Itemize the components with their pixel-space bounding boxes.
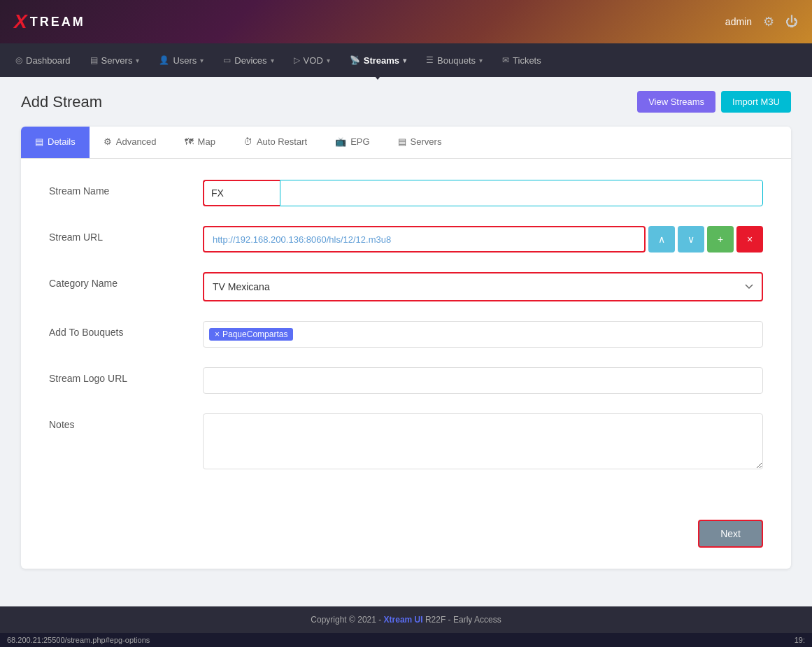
subnav-label-devices: Devices — [234, 55, 266, 66]
chevron-users: ▾ — [200, 57, 204, 64]
stream-url-row: Stream URL ∧ ∨ + × — [49, 226, 763, 253]
page-footer: Copyright © 2021 - Xtream UI R22F - Earl… — [0, 606, 812, 633]
brand-logo[interactable]: X TREAM — [14, 12, 85, 31]
auto-restart-tab-icon: ⏱ — [243, 136, 252, 147]
form-card: ▤ Details ⚙ Advanced 🗺 Map ⏱ Auto Restar… — [21, 127, 791, 569]
power-icon[interactable]: ⏻ — [785, 15, 798, 29]
bouquet-tag-x[interactable]: × — [215, 329, 220, 339]
details-tab-icon: ▤ — [35, 136, 43, 147]
streams-icon: 📡 — [350, 55, 360, 65]
users-icon: 👤 — [159, 55, 169, 65]
notes-field — [203, 413, 763, 472]
form-body: Stream Name Stream URL ∧ ∨ + — [21, 159, 791, 513]
status-url: 68.200.21:25500/stream.php#epg-options — [7, 636, 150, 644]
subnav-label-bouquets: Bouquets — [437, 55, 476, 66]
subnav-item-devices[interactable]: ▭ Devices ▾ — [215, 51, 282, 70]
category-name-field: TV Mexicana Sports Movies News — [203, 272, 763, 301]
tab-auto-restart-label: Auto Restart — [257, 136, 307, 147]
tab-map[interactable]: 🗺 Map — [171, 127, 229, 158]
footer-text: Copyright © 2021 - Xtream UI R22F - Earl… — [311, 615, 501, 625]
logo-url-label: Stream Logo URL — [49, 367, 203, 384]
tab-epg-label: EPG — [350, 136, 369, 147]
page-header: Add Stream View Streams Import M3U — [21, 91, 791, 113]
map-tab-icon: 🗺 — [185, 136, 194, 147]
footer-brand: Xtream UI — [384, 615, 423, 625]
stream-name-input-wrapper — [203, 180, 763, 206]
next-button[interactable]: Next — [698, 520, 763, 548]
notes-textarea[interactable] — [203, 413, 763, 469]
bouquet-tag[interactable]: × PaqueCompartas — [209, 328, 293, 341]
form-footer: Next — [21, 513, 791, 569]
subnav-item-tickets[interactable]: ✉ Tickets — [494, 51, 550, 70]
brand-tream: TREAM — [30, 15, 85, 29]
subnav-label-servers: Servers — [101, 55, 133, 66]
subnav-label-tickets: Tickets — [513, 55, 541, 66]
tab-advanced-label: Advanced — [116, 136, 157, 147]
subnav-label-dashboard: Dashboard — [26, 55, 71, 66]
category-name-label: Category Name — [49, 272, 203, 289]
category-select[interactable]: TV Mexicana Sports Movies News — [203, 272, 763, 301]
stream-name-row: Stream Name — [49, 180, 763, 206]
tab-servers[interactable]: ▤ Servers — [384, 127, 456, 158]
chevron-vod: ▾ — [327, 57, 330, 64]
import-m3u-button[interactable]: Import M3U — [721, 91, 791, 113]
subnav: ◎ Dashboard ▤ Servers ▾ 👤 Users ▾ ▭ Devi… — [0, 43, 812, 77]
subnav-label-users: Users — [173, 55, 197, 66]
advanced-tab-icon: ⚙ — [104, 136, 112, 147]
tab-details[interactable]: ▤ Details — [21, 127, 90, 158]
category-name-row: Category Name TV Mexicana Sports Movies … — [49, 272, 763, 301]
bouquets-row: Add To Bouquets × PaqueCompartas — [49, 321, 763, 348]
page-title: Add Stream — [21, 93, 102, 111]
stream-url-field: ∧ ∨ + × — [203, 226, 763, 253]
url-add-button[interactable]: + — [707, 226, 734, 253]
tab-servers-label: Servers — [411, 136, 442, 147]
url-down-button[interactable]: ∨ — [678, 226, 704, 253]
dashboard-icon: ◎ — [15, 55, 22, 65]
page-header-buttons: View Streams Import M3U — [637, 91, 791, 113]
devices-icon: ▭ — [223, 55, 231, 65]
status-time: 19: — [795, 636, 805, 644]
stream-name-highlighted-input[interactable] — [203, 180, 280, 206]
logo-url-input[interactable] — [203, 367, 763, 394]
stream-url-input[interactable] — [203, 226, 646, 253]
gear-icon[interactable]: ⚙ — [763, 14, 774, 29]
tab-auto-restart[interactable]: ⏱ Auto Restart — [229, 127, 321, 158]
navbar: X TREAM admin ⚙ ⏻ — [0, 0, 812, 43]
chevron-streams: ▾ — [403, 57, 406, 64]
view-streams-button[interactable]: View Streams — [637, 91, 715, 113]
stream-url-wrapper: ∧ ∨ + × — [203, 226, 763, 253]
subnav-label-vod: VOD — [304, 55, 323, 66]
admin-username: admin — [725, 16, 752, 27]
bouquets-input[interactable]: × PaqueCompartas — [203, 321, 763, 348]
logo-url-field — [203, 367, 763, 394]
subnav-item-vod[interactable]: ▷ VOD ▾ — [285, 51, 339, 70]
url-remove-button[interactable]: × — [736, 226, 763, 253]
stream-url-label: Stream URL — [49, 226, 203, 243]
servers-icon: ▤ — [90, 55, 98, 65]
form-tabs: ▤ Details ⚙ Advanced 🗺 Map ⏱ Auto Restar… — [21, 127, 791, 159]
tab-advanced[interactable]: ⚙ Advanced — [90, 127, 171, 158]
tickets-icon: ✉ — [502, 55, 509, 65]
logo-url-row: Stream Logo URL — [49, 367, 763, 394]
navbar-right: admin ⚙ ⏻ — [725, 14, 798, 29]
subnav-item-users[interactable]: 👤 Users ▾ — [150, 51, 212, 70]
subnav-item-streams[interactable]: 📡 Streams ▾ — [341, 51, 415, 70]
notes-row: Notes — [49, 413, 763, 472]
subnav-item-bouquets[interactable]: ☰ Bouquets ▾ — [418, 51, 491, 70]
subnav-item-servers[interactable]: ▤ Servers ▾ — [82, 51, 148, 70]
notes-label: Notes — [49, 413, 203, 430]
chevron-devices: ▾ — [271, 57, 274, 64]
stream-name-rest-input[interactable] — [280, 180, 763, 206]
subnav-label-streams: Streams — [364, 55, 399, 66]
tab-epg[interactable]: 📺 EPG — [321, 127, 383, 158]
servers-tab-icon: ▤ — [398, 136, 406, 147]
tab-details-label: Details — [48, 136, 76, 147]
chevron-servers: ▾ — [136, 57, 139, 64]
chevron-bouquets: ▾ — [479, 57, 483, 64]
url-up-button[interactable]: ∧ — [648, 226, 675, 253]
stream-name-field — [203, 180, 763, 206]
bouquets-field: × PaqueCompartas — [203, 321, 763, 348]
bouquets-icon: ☰ — [426, 55, 434, 65]
tab-map-label: Map — [198, 136, 215, 147]
subnav-item-dashboard[interactable]: ◎ Dashboard — [7, 51, 79, 70]
